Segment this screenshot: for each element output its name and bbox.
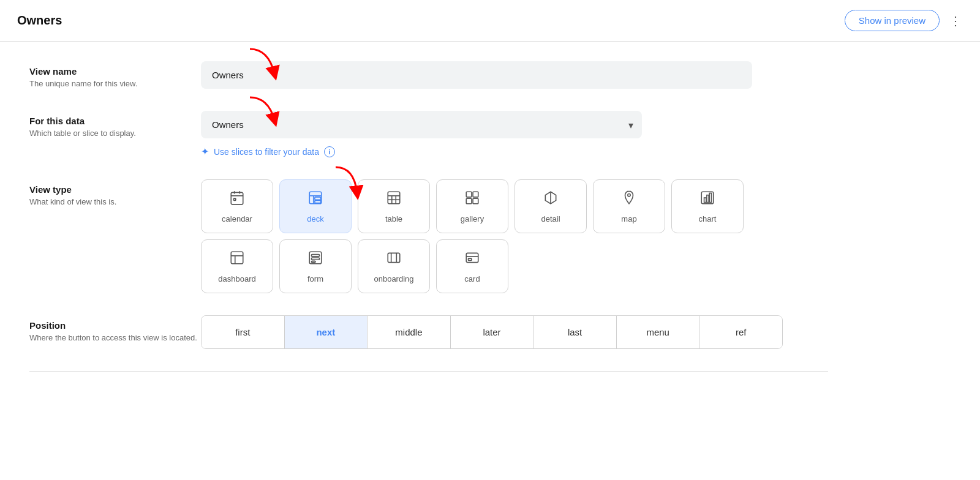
view-name-section: View name The unique name for this view. [29,61,828,89]
view-type-detail-button[interactable]: detail [514,179,587,233]
view-type-table-button[interactable]: table [358,179,430,233]
position-label-block: Position Where the button to access this… [29,315,201,342]
svg-rect-33 [388,253,400,262]
use-slices-link[interactable]: ✦ Use slices to filter your data i [201,146,828,157]
show-preview-button[interactable]: Show in preview [845,10,940,31]
svg-rect-17 [466,198,472,204]
svg-rect-9 [315,200,321,203]
chart-icon [699,190,715,209]
view-type-content: calendar deck table gallery detail map c… [201,179,828,293]
view-type-form-label: form [307,274,323,283]
view-type-form-button[interactable]: form [279,239,352,293]
header-actions: Show in preview ⋮ [845,10,963,31]
table-icon [386,190,402,209]
svg-rect-0 [231,192,243,204]
slice-sparkle-icon: ✦ [201,146,209,157]
data-select-wrapper: Owners ▾ [201,111,642,138]
for-this-data-content: Owners ▾ ✦ Use slices to filter your dat… [201,111,828,157]
view-name-description: The unique name for this view. [29,79,201,88]
svg-rect-23 [704,198,706,203]
position-grid: firstnextmiddlelaterlastmenuref [201,315,783,349]
view-type-calendar-button[interactable]: calendar [201,179,273,233]
svg-rect-36 [466,253,478,262]
view-name-content [201,61,828,89]
view-type-dashboard-button[interactable]: dashboard [201,239,273,293]
view-type-section: View type What kind of view this is. cal… [29,179,828,293]
svg-rect-16 [473,192,478,197]
view-type-calendar-label: calendar [222,214,252,223]
view-type-dashboard-label: dashboard [218,274,255,283]
view-type-map-button[interactable]: map [593,179,665,233]
deck-icon [307,190,323,209]
slice-link-label: Use slices to filter your data [214,147,319,157]
svg-point-21 [628,193,630,196]
svg-rect-15 [466,192,472,197]
view-type-map-label: map [621,214,636,223]
svg-rect-26 [231,252,243,264]
view-type-gallery-label: gallery [461,214,484,223]
position-last-button[interactable]: last [533,316,617,348]
view-type-table-label: table [385,214,402,223]
card-icon [464,250,480,269]
position-menu-button[interactable]: menu [617,316,700,348]
view-type-onboarding-label: onboarding [374,274,413,283]
svg-rect-30 [312,254,320,256]
view-type-gallery-button[interactable]: gallery [436,179,508,233]
dashboard-icon [229,250,245,269]
gallery-icon [464,190,480,209]
position-ref-button[interactable]: ref [699,316,782,348]
view-type-detail-label: detail [541,214,560,223]
position-label: Position [29,320,201,331]
svg-rect-38 [469,258,472,260]
position-first-button[interactable]: first [202,316,285,348]
position-description: Where the button to access this view is … [29,333,201,342]
view-name-input[interactable] [201,61,752,89]
svg-rect-25 [709,193,711,202]
view-name-label: View name [29,66,201,77]
onboarding-icon [386,250,402,269]
view-type-description: What kind of view this is. [29,197,201,206]
view-type-deck-label: deck [307,214,323,223]
more-options-icon[interactable]: ⋮ [949,13,963,28]
position-middle-button[interactable]: middle [368,316,451,348]
header: Owners Show in preview ⋮ [0,0,980,42]
info-icon[interactable]: i [324,146,335,157]
position-section: Position Where the button to access this… [29,315,828,349]
for-this-data-section: For this data Which table or slice to di… [29,111,828,157]
svg-rect-4 [234,198,236,200]
detail-icon [543,190,559,209]
page-title: Owners [17,13,62,28]
view-name-label-block: View name The unique name for this view. [29,61,201,88]
for-this-data-label: For this data [29,116,201,126]
view-type-card-button[interactable]: card [436,239,508,293]
position-next-button[interactable]: next [285,316,368,348]
view-type-deck-button[interactable]: deck [279,179,352,233]
main-content: View name The unique name for this view.… [0,42,858,391]
view-type-chart-button[interactable]: chart [671,179,744,233]
map-icon [621,190,637,209]
view-type-label-block: View type What kind of view this is. [29,179,201,206]
view-type-onboarding-button[interactable]: onboarding [358,239,430,293]
svg-rect-31 [312,258,320,260]
svg-rect-24 [707,195,709,202]
position-later-button[interactable]: later [451,316,534,348]
for-this-data-description: Which table or slice to display. [29,129,201,138]
view-type-chart-label: chart [699,214,717,223]
form-icon [307,250,323,269]
svg-rect-8 [315,197,321,199]
svg-rect-10 [388,192,400,204]
calendar-icon [229,190,245,209]
data-select[interactable]: Owners [201,111,642,138]
view-type-label: View type [29,184,201,195]
svg-rect-5 [309,192,322,204]
view-type-card-label: card [464,274,480,283]
position-content: firstnextmiddlelaterlastmenuref [201,315,828,349]
svg-rect-18 [473,198,478,204]
for-this-data-label-block: For this data Which table or slice to di… [29,111,201,138]
svg-rect-32 [312,261,316,262]
bottom-divider [29,371,828,372]
view-type-grid: calendar deck table gallery detail map c… [201,179,783,293]
